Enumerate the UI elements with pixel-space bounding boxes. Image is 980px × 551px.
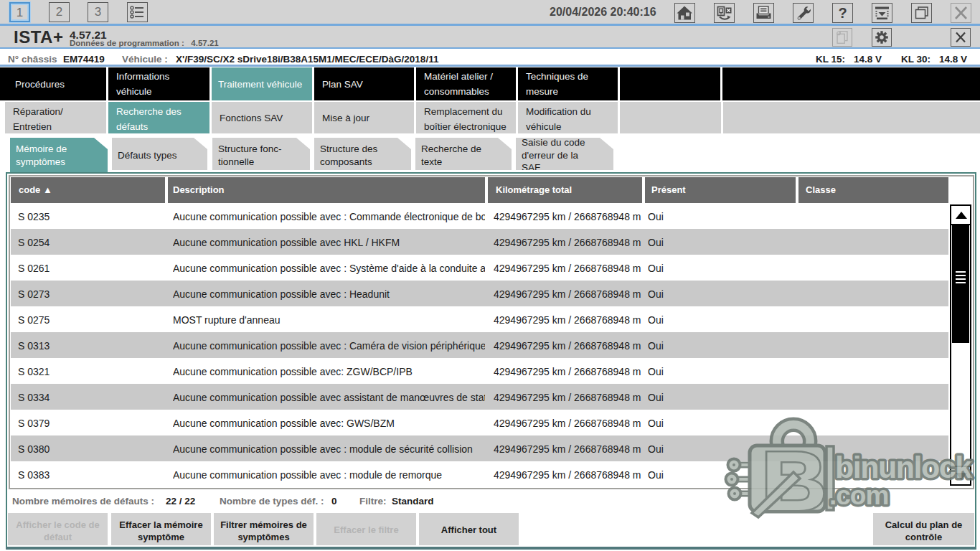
svg-text:.com: .com [829,481,888,510]
svg-text:binunlock: binunlock [835,450,972,484]
